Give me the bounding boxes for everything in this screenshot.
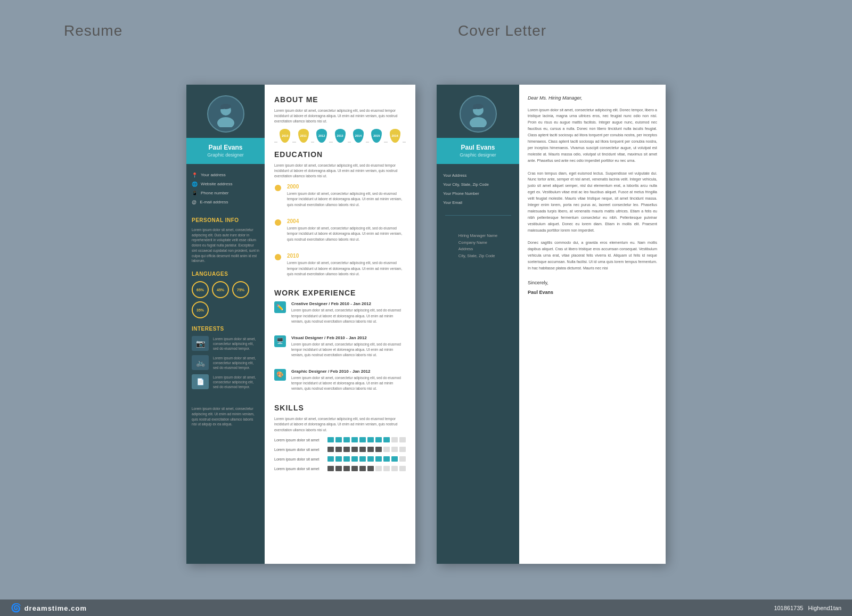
- resume-main-content: ABOUT ME Lorem ipsum dolor sit amet, con…: [265, 85, 415, 564]
- cover-paragraph-1: Lorem ipsum dolor sit amet, consectetur …: [528, 107, 657, 164]
- drop-3: 2012: [316, 129, 327, 143]
- work-icon-2: 🖥️: [274, 335, 286, 347]
- svg-rect-3: [220, 106, 224, 109]
- cover-avatar: [460, 95, 497, 133]
- skill-row-4: Lorem ipsum dolor sit amet: [274, 466, 406, 471]
- interest-item-3: 📄 Lorem ipsum dolor sit amet, consectetu…: [192, 374, 259, 389]
- interest-item-1: 📷 Lorem ipsum dolor sit amet, consectetu…: [192, 336, 259, 351]
- hiring-company: Company Name: [458, 240, 497, 247]
- skills-intro: Lorem ipsum dolor sit amet, consectetur …: [274, 416, 406, 433]
- timeline-drops: 2010 2011 2012 2013: [274, 129, 406, 143]
- svg-rect-7: [473, 106, 476, 109]
- resume-document: Paul Evans Graphic designer 📍 Your addre…: [186, 85, 415, 564]
- resume-name: Paul Evans: [191, 143, 260, 152]
- work-content-2: Visual Designer / Feb 2010 - Jan 2012 Lo…: [291, 335, 406, 363]
- interests-title: INTERESTS: [186, 326, 265, 332]
- hiring-address: Address: [458, 246, 497, 253]
- language-circles: 65% 45% 75% 35%: [192, 281, 259, 318]
- dreamtime-bar: 🌀 dreamstime.com 101861735 Highend1tan: [0, 599, 852, 616]
- cover-phone: Your Phone Number: [443, 191, 513, 197]
- interests-section: 📷 Lorem ipsum dolor sit amet, consectetu…: [186, 336, 265, 393]
- drop-5: 2014: [353, 129, 364, 143]
- skill-bars-1: [327, 437, 406, 442]
- work-content-1: Creative Designer / Feb 2010 - Jan 2012 …: [291, 301, 406, 328]
- skill-row-2: Lorem ipsum dolor sit amet: [274, 447, 406, 452]
- languages-section: 65% 45% 75% 35%: [186, 281, 265, 318]
- edu-content-2: 2004 Lorem ipsum dolor sit amet, consect…: [287, 218, 406, 247]
- skills-title: SKILLS: [274, 404, 406, 412]
- cover-address: Your Address: [443, 173, 513, 179]
- education-intro: Lorem ipsum dolor sit amet, consectetur …: [274, 163, 406, 179]
- cover-job-title: Graphic designer: [441, 152, 515, 159]
- cover-greeting: Dear Ms. Hiring Manager,: [528, 95, 657, 101]
- work-entry-1: ✏️ Creative Designer / Feb 2010 - Jan 20…: [274, 301, 406, 328]
- resume-label: Resume: [64, 22, 122, 39]
- dreamtime-id: 101861735 Highend1tan: [774, 605, 841, 611]
- cover-sidebar: Paul Evans Graphic designer Your Address…: [437, 85, 519, 564]
- sidebar-bottom-text: Lorem ipsum dolor sit amet, consectetur …: [186, 401, 265, 432]
- cover-paragraph-2: Cras non tempus diam, eget euismod lectu…: [528, 170, 657, 234]
- resume-contact-list: 📍 Your address 🌐 Website address 📱 Phone…: [186, 173, 265, 209]
- cover-name: Paul Evans: [441, 143, 515, 152]
- personal-info-text: Lorem ipsum dolor sit amet, consectetur …: [186, 227, 265, 264]
- drop-1: 2010: [280, 129, 290, 143]
- lang-circle-1: 65%: [192, 281, 209, 298]
- work-content-3: Graphic Designer / Feb 2010 - Jan 2012 L…: [291, 369, 406, 396]
- edu-dot-1: [275, 185, 281, 191]
- dreamtime-spiral-left: 🌀: [11, 603, 22, 612]
- location-icon: 📍: [192, 173, 198, 178]
- edu-dot-3: [275, 254, 281, 260]
- cover-city: Your City, State, Zip Code: [443, 182, 513, 188]
- bike-icon: 🚲: [192, 355, 209, 370]
- hiring-city: City, State, Zip Code: [458, 253, 497, 260]
- svg-point-5: [470, 117, 487, 127]
- lang-circle-2: 45%: [212, 281, 229, 298]
- cover-document: Paul Evans Graphic designer Your Address…: [437, 85, 666, 564]
- hiring-name: Hiring Manager Name: [458, 233, 497, 240]
- edu-entry-1: 2000 Lorem ipsum dolor sit amet, consect…: [274, 184, 406, 212]
- dreamtime-logo: 🌀 dreamstime.com: [11, 603, 87, 613]
- email-icon: @: [192, 200, 196, 205]
- svg-point-1: [217, 117, 234, 127]
- drop-4: 2013: [335, 129, 346, 143]
- skill-row-3: Lorem ipsum dolor sit amet: [274, 456, 406, 462]
- edu-entry-3: 2010 Lorem ipsum dolor sit amet, consect…: [274, 253, 406, 281]
- work-icon-1: ✏️: [274, 301, 286, 313]
- cover-closing: Sincerely,: [528, 280, 657, 285]
- resume-sidebar: Paul Evans Graphic designer 📍 Your addre…: [186, 85, 265, 564]
- document-icon: 📄: [192, 374, 209, 389]
- skill-bars-4: [327, 466, 406, 471]
- avatar: [207, 95, 244, 133]
- education-title: EDUCATION: [274, 150, 406, 159]
- cover-main-content: Dear Ms. Hiring Manager, Lorem ipsum dol…: [519, 85, 666, 564]
- camera-icon: 📷: [192, 336, 209, 351]
- drop-6: 2015: [371, 129, 382, 143]
- skill-bars-2: [327, 447, 406, 452]
- skill-row-1: Lorem ipsum dolor sit amet: [274, 437, 406, 442]
- drop-2: 2011: [298, 129, 309, 143]
- contact-address: 📍 Your address: [192, 173, 259, 178]
- contact-website: 🌐 Website address: [192, 182, 259, 187]
- languages-title: LANGUAGES: [186, 271, 265, 277]
- resume-name-block: Paul Evans Graphic designer: [186, 138, 265, 164]
- edu-dot-2: [275, 219, 281, 226]
- cover-label: Cover Letter: [458, 22, 546, 39]
- about-title: ABOUT ME: [274, 95, 406, 104]
- lang-circle-4: 35%: [192, 301, 209, 318]
- contact-email: @ E-mail address: [192, 200, 259, 205]
- work-entry-2: 🖥️ Visual Designer / Feb 2010 - Jan 2012…: [274, 335, 406, 363]
- interest-item-2: 🚲 Lorem ipsum dolor sit amet, consectetu…: [192, 355, 259, 370]
- cover-name-block: Paul Evans Graphic designer: [437, 138, 519, 164]
- phone-icon: 📱: [192, 191, 198, 196]
- contact-phone: 📱 Phone number: [192, 191, 259, 196]
- cover-paragraph-3: Donec sagittis commodo dui, a gravida er…: [528, 240, 657, 271]
- cover-sign-name: Paul Evans: [528, 290, 657, 295]
- cover-email: Your Email: [443, 200, 513, 206]
- personal-info-title: PERSONAL INFO: [186, 217, 265, 223]
- resume-job-title: Graphic designer: [191, 152, 260, 159]
- edu-content-1: 2000 Lorem ipsum dolor sit amet, consect…: [287, 184, 406, 212]
- work-entry-3: 🎨 Graphic Designer / Feb 2010 - Jan 2012…: [274, 369, 406, 396]
- about-text: Lorem ipsum dolor sit amet, consectetur …: [274, 108, 406, 125]
- edu-entry-2: 2004 Lorem ipsum dolor sit amet, consect…: [274, 218, 406, 247]
- work-title: WORK EXPERIENCE: [274, 289, 406, 297]
